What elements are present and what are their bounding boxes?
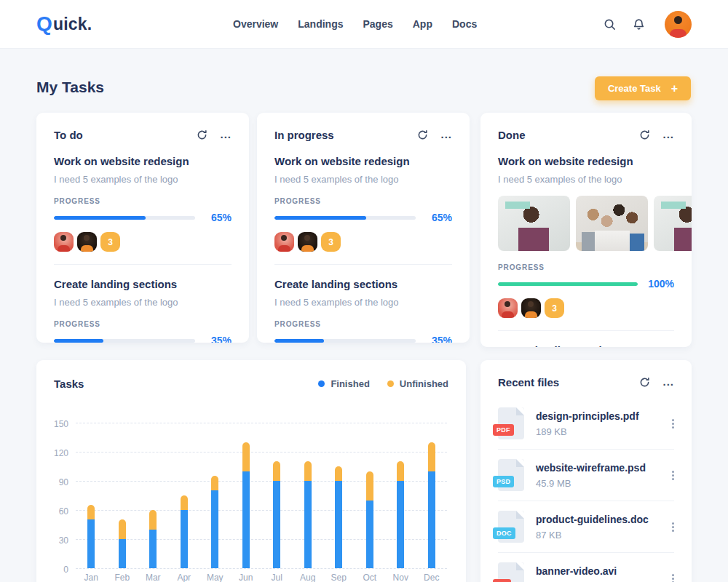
logo-q: Q bbox=[36, 14, 52, 34]
nav-item-overview[interactable]: Overview bbox=[233, 18, 278, 30]
task-title[interactable]: Work on website redesign bbox=[498, 155, 674, 167]
kebab-menu-icon[interactable] bbox=[672, 522, 674, 532]
progress-fill bbox=[54, 216, 146, 220]
file-name: design-principles.pdf bbox=[536, 410, 639, 422]
x-axis-label-dec: Dec bbox=[416, 573, 448, 582]
team-photo-woman bbox=[498, 196, 570, 251]
logo-text: uick. bbox=[53, 15, 92, 34]
file-info: banner-video.avi23 MB bbox=[536, 565, 617, 582]
kebab-menu-icon[interactable] bbox=[672, 574, 674, 582]
nav-item-docs[interactable]: Docs bbox=[452, 18, 477, 30]
bar-segment-unfinished bbox=[242, 442, 250, 471]
task-description: I need 5 examples of the logo bbox=[54, 297, 232, 308]
column-header: Done... bbox=[498, 127, 674, 142]
member-avatar[interactable] bbox=[77, 232, 97, 252]
nav-item-pages[interactable]: Pages bbox=[363, 18, 393, 30]
chart-bar-may[interactable] bbox=[211, 476, 218, 568]
recent-files-card: Recent files ... PDFdesign-principles.pd… bbox=[480, 360, 692, 582]
legend-item-unfinished: Unfinished bbox=[387, 378, 448, 389]
member-avatar[interactable] bbox=[274, 232, 294, 252]
refresh-icon[interactable] bbox=[194, 127, 209, 142]
team-photo-group bbox=[576, 196, 648, 251]
member-avatar[interactable] bbox=[54, 232, 74, 252]
task-title[interactable]: Create landing sections bbox=[54, 278, 232, 290]
task-divider bbox=[274, 264, 452, 265]
column-title: In progress bbox=[274, 129, 334, 141]
file-row[interactable]: DOCproduct-guidelines.doc87 KB bbox=[498, 501, 674, 552]
task-description: I need 5 examples of the logo bbox=[274, 174, 452, 185]
file-row[interactable]: AVIbanner-video.avi23 MB bbox=[498, 552, 674, 582]
file-row[interactable]: PSDwebsite-wireframe.psd45.9 MB bbox=[498, 449, 674, 501]
chart-bar-oct[interactable] bbox=[366, 471, 373, 568]
refresh-icon[interactable] bbox=[637, 127, 652, 142]
topbar-actions bbox=[602, 11, 692, 38]
create-task-button[interactable]: Create Task + bbox=[595, 76, 691, 100]
chart-bar-nov[interactable] bbox=[397, 461, 404, 568]
nav-item-app[interactable]: App bbox=[413, 18, 432, 30]
progress-bar bbox=[54, 216, 195, 220]
file-row[interactable]: PDFdesign-principles.pdf189 KB bbox=[498, 398, 674, 449]
x-axis-label-sep: Sep bbox=[323, 573, 355, 582]
legend-dot bbox=[318, 380, 325, 387]
more-options-icon[interactable]: ... bbox=[220, 132, 232, 137]
extra-members-badge[interactable]: 3 bbox=[100, 232, 120, 252]
chart-bar-aug[interactable] bbox=[304, 461, 312, 568]
progress-fill bbox=[498, 282, 638, 286]
chart-bar-dec[interactable] bbox=[428, 442, 435, 568]
legend-dot bbox=[387, 380, 394, 387]
file-type-badge: DOC bbox=[493, 527, 515, 539]
task-description: I need 5 examples of the logo bbox=[498, 174, 674, 185]
more-options-icon[interactable]: ... bbox=[662, 132, 674, 137]
chart-bar-mar[interactable] bbox=[149, 510, 157, 568]
extra-members-badge[interactable]: 3 bbox=[321, 232, 341, 252]
kebab-menu-icon[interactable] bbox=[672, 419, 674, 428]
chart-bar-jun[interactable] bbox=[242, 442, 250, 568]
y-axis-tick: 120 bbox=[54, 448, 68, 458]
task-title[interactable]: Work on website redesign bbox=[54, 155, 232, 167]
progress-row: 35% bbox=[274, 335, 452, 343]
x-axis-label-aug: Aug bbox=[292, 573, 324, 582]
create-task-label: Create Task bbox=[608, 83, 661, 94]
chart-gridline: 150 bbox=[76, 423, 447, 423]
chart-bar-jul[interactable] bbox=[273, 461, 280, 568]
column-header-icons: ... bbox=[194, 127, 232, 142]
progress-percent: 65% bbox=[424, 212, 452, 223]
files-list: PDFdesign-principles.pdf189 KBPSDwebsite… bbox=[498, 398, 674, 582]
x-axis-label-jan: Jan bbox=[75, 573, 107, 582]
member-avatar[interactable] bbox=[498, 298, 518, 318]
nav-item-landings[interactable]: Landings bbox=[298, 18, 343, 30]
task-title[interactable]: Create landing sections bbox=[274, 278, 452, 290]
file-size: 87 KB bbox=[536, 530, 649, 541]
more-options-icon[interactable]: ... bbox=[440, 132, 452, 137]
kebab-menu-icon[interactable] bbox=[672, 471, 674, 480]
progress-bar bbox=[274, 339, 416, 343]
file-info: product-guidelines.doc87 KB bbox=[536, 514, 649, 541]
chart-bar-apr[interactable] bbox=[181, 495, 188, 568]
file-name: banner-video.avi bbox=[536, 565, 617, 577]
refresh-icon[interactable] bbox=[415, 127, 430, 142]
chart-bar-sep[interactable] bbox=[335, 466, 342, 568]
legend-label: Finished bbox=[331, 378, 369, 389]
chart-bar-feb[interactable] bbox=[119, 519, 126, 568]
progress-percent: 35% bbox=[424, 335, 452, 343]
task-title[interactable]: Create landing sections bbox=[498, 344, 674, 347]
logo[interactable]: Quick. bbox=[36, 14, 92, 34]
file-icon: AVI bbox=[498, 562, 524, 582]
column-title: Done bbox=[498, 129, 526, 141]
file-name: product-guidelines.doc bbox=[536, 514, 649, 525]
extra-members-badge[interactable]: 3 bbox=[545, 298, 564, 318]
progress-bar bbox=[54, 339, 195, 343]
x-axis-label-may: May bbox=[199, 573, 231, 582]
refresh-icon[interactable] bbox=[637, 375, 652, 389]
chart-bar-jan[interactable] bbox=[87, 505, 95, 568]
bell-icon[interactable] bbox=[631, 17, 646, 31]
member-avatar[interactable] bbox=[298, 232, 317, 252]
more-options-icon[interactable]: ... bbox=[662, 379, 674, 385]
search-icon[interactable] bbox=[602, 17, 617, 31]
file-name: website-wireframe.psd bbox=[536, 462, 646, 474]
plus-icon: + bbox=[671, 82, 678, 95]
bar-segment-unfinished bbox=[304, 461, 312, 481]
member-avatar[interactable] bbox=[521, 298, 541, 318]
task-title[interactable]: Work on website redesign bbox=[274, 155, 452, 167]
user-avatar[interactable] bbox=[665, 11, 692, 38]
